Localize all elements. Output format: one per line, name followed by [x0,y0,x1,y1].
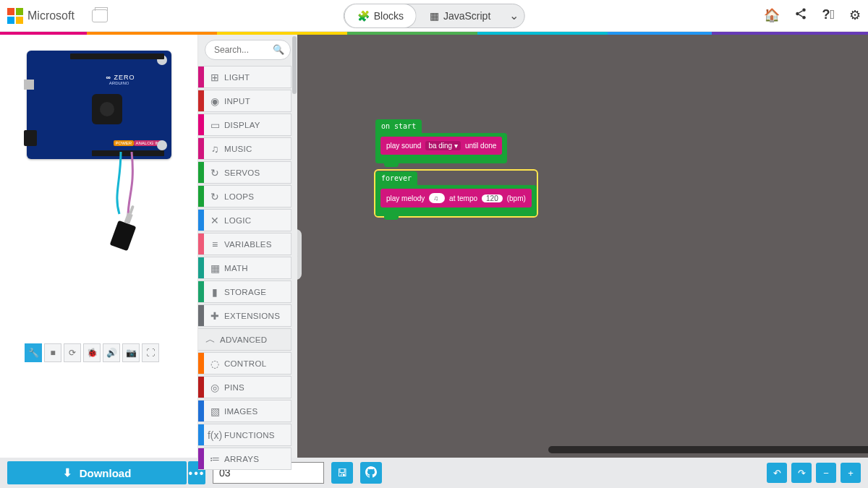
melody-editor[interactable]: ♫ [429,193,445,203]
on-start-label: on start [375,119,422,133]
help-icon[interactable]: ?⃝ [822,7,835,24]
category-icon: ▦ [205,262,224,274]
simulator-toolbar: 🔧 ■ ⟳ 🐞 🔊 📷 ⛶ [25,343,159,362]
settings-icon[interactable]: ⚙ [849,7,861,24]
category-logic[interactable]: ✕ LOGIC [198,209,292,231]
zoom-out-button[interactable]: − [816,463,836,483]
category-math[interactable]: ▦ MATH [198,257,292,279]
download-label: Download [80,467,132,479]
category-icon: ≔ [205,453,224,465]
board-sub: ARDUINO [109,81,129,85]
sim-stop-button[interactable]: ■ [44,343,61,362]
category-icon: f(x) [205,429,224,441]
category-label: SERVOS [224,168,260,177]
category-icon: ◉ [205,95,224,107]
category-servos[interactable]: ↻ SERVOS [198,161,292,184]
category-label: DISPLAY [224,121,260,129]
tempo-label: at tempo [449,194,477,202]
collapse-palette-tab[interactable]: ‹ [297,229,302,280]
download-button[interactable]: ⬇ Download [7,461,187,484]
category-arrays[interactable]: ≔ ARRAYS [198,448,292,470]
category-loops[interactable]: ↻ LOOPS [198,185,292,207]
home-icon[interactable]: 🏠 [764,7,780,24]
category-input[interactable]: ◉ INPUT [198,90,292,112]
javascript-tab[interactable]: ▦ JavaScript [417,4,503,28]
category-icon: ✚ [205,310,224,322]
advanced-header[interactable]: ︿ ADVANCED [198,328,292,351]
blocks-canvas[interactable]: ‹ on start play sound ba ding ▾ until do… [297,35,868,458]
board-name: ZERO [106,74,135,81]
sim-screenshot-button[interactable]: 📷 [122,343,140,362]
category-label: INPUT [224,97,250,106]
sound-dropdown[interactable]: ba ding ▾ [425,141,461,150]
project-icon[interactable] [92,9,108,22]
category-icon: ↻ [205,167,224,179]
canvas-scrollbar[interactable] [548,446,868,453]
play-sound-mode: until done [465,142,496,150]
svg-point-1 [796,12,800,16]
category-icon: ♫ [205,143,224,155]
blocks-tab[interactable]: 🧩 Blocks [344,4,417,28]
board-label-analog: ANALOG IN [134,140,162,146]
blocks-tab-label: Blocks [374,10,404,22]
category-label: EXTENSIONS [224,312,280,320]
palette-scrollbar[interactable] [292,35,297,458]
save-button[interactable]: 🖫 [331,462,353,484]
forever-block[interactable]: forever play melody ♫ at tempo 120 (bpm) [375,171,537,216]
chevron-up-icon: ︿ [201,333,220,346]
sim-restart-button[interactable]: ⟳ [64,343,81,362]
category-label: IMAGES [224,407,258,416]
category-icon: ▮ [205,286,224,298]
sim-mute-button[interactable]: 🔊 [103,343,120,362]
category-functions[interactable]: f(x) FUNCTIONS [198,424,292,446]
category-label: LIGHT [224,73,250,82]
undo-button[interactable]: ↶ [767,463,787,483]
play-sound-block[interactable]: play sound ba ding ▾ until done [380,137,502,155]
category-label: STORAGE [224,288,266,296]
category-label: LOGIC [224,216,251,225]
category-icon: ↻ [205,191,224,202]
js-icon: ▦ [430,10,439,22]
category-icon: ≡ [205,239,224,250]
zoom-in-button[interactable]: + [841,463,861,483]
blocks-icon: 🧩 [357,10,370,22]
category-label: LOOPS [224,192,254,201]
play-melody-text: play melody [386,194,425,202]
redo-button[interactable]: ↷ [791,463,812,483]
category-icon: ▧ [205,406,224,417]
advanced-label: ADVANCED [220,335,267,344]
category-pins[interactable]: ◎ PINS [198,376,292,398]
arduino-board[interactable]: ZERO ARDUINO POWER ANALOG IN [27,51,171,159]
play-melody-block[interactable]: play melody ♫ at tempo 120 (bpm) [380,189,532,207]
language-dropdown[interactable]: ⌄ [503,9,524,22]
category-storage[interactable]: ▮ STORAGE [198,281,292,303]
on-start-block[interactable]: on start play sound ba ding ▾ until done [375,119,507,163]
category-images[interactable]: ▧ IMAGES [198,400,292,422]
category-icon: ⊞ [205,72,224,83]
music-note-icon: ♫ [433,194,438,202]
board-label-power: POWER [114,140,135,146]
category-display[interactable]: ▭ DISPLAY [198,114,292,136]
category-music[interactable]: ♫ MUSIC [198,137,292,160]
wires [27,159,171,267]
tempo-value[interactable]: 120 [482,194,503,202]
github-button[interactable] [360,462,382,484]
search-icon: 🔍 [273,44,284,55]
app-footer: ⬇ Download ••• 🖫 ↶ ↷ − + [0,458,868,488]
category-extensions[interactable]: ✚ EXTENSIONS [198,304,292,327]
category-label: FUNCTIONS [224,431,275,440]
language-toggle: 🧩 Blocks ▦ JavaScript ⌄ [344,4,525,28]
sim-wrench-button[interactable]: 🔧 [25,343,42,362]
category-icon: ✕ [205,215,224,226]
category-control[interactable]: ◌ CONTROL [198,352,292,374]
sim-fullscreen-button[interactable]: ⛶ [142,343,159,362]
category-light[interactable]: ⊞ LIGHT [198,66,292,88]
share-icon[interactable] [794,7,807,24]
category-label: CONTROL [224,359,266,368]
category-label: VARIABLES [224,240,272,249]
category-variables[interactable]: ≡ VARIABLES [198,233,292,255]
svg-point-2 [803,16,807,20]
category-icon: ◌ [205,358,224,369]
sim-debug-button[interactable]: 🐞 [83,343,101,362]
forever-label: forever [375,171,417,185]
